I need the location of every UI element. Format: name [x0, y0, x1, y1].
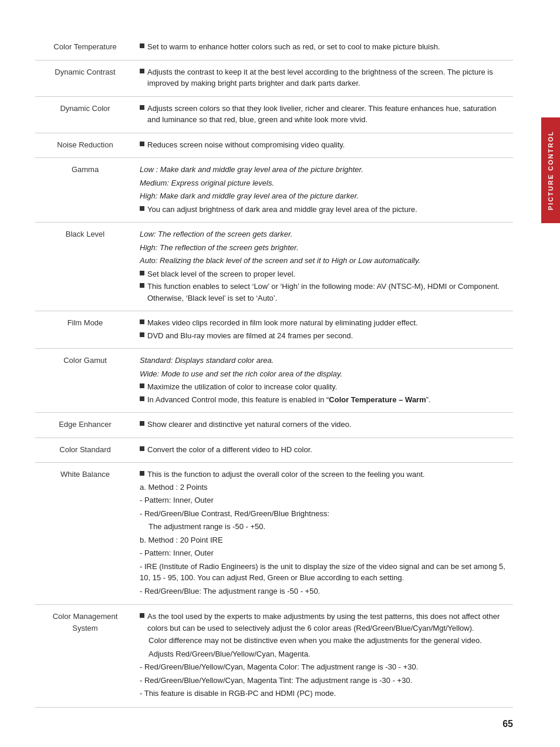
- feature-desc: Low: The reflection of the screen gets d…: [135, 223, 513, 311]
- indent-text: Adjusts Red/Green/Blue/Yellow/Cyan, Mage…: [140, 648, 508, 660]
- feature-label: Color Gamut: [35, 349, 135, 413]
- bullet-square: [140, 471, 144, 476]
- bullet-text: Maximize the utilization of color to inc…: [147, 381, 337, 393]
- bullet-bold-item: In Advanced Control mode, this feature i…: [140, 394, 508, 406]
- italic-text: Low: The reflection of the screen gets d…: [140, 228, 508, 240]
- bullet-item: Reduces screen noise without compromisin…: [140, 139, 508, 151]
- bullet-item: This function enables to select ‘Low’ or…: [140, 281, 508, 304]
- bullet-item: Set to warm to enhance hotter colors suc…: [140, 41, 508, 53]
- feature-label: Gamma: [35, 158, 135, 223]
- table-row: Color GamutStandard: Displays standard c…: [35, 349, 513, 413]
- bullet-text: Makes video clips recorded in film look …: [147, 317, 418, 329]
- bullet-text: DVD and Blu-ray movies are filmed at 24 …: [147, 330, 353, 342]
- feature-desc: Convert the color of a different video t…: [135, 438, 513, 463]
- bullet-square: [140, 271, 144, 275]
- bullet-text: Reduces screen noise without compromisin…: [147, 139, 345, 151]
- feature-label: Dynamic Color: [35, 96, 135, 133]
- page-container: Color TemperatureSet to warm to enhance …: [0, 0, 560, 747]
- bullet-item: You can adjust brightness of dark area a…: [140, 204, 508, 216]
- bullet-text: This is the function to adjust the overa…: [147, 469, 425, 480]
- feature-desc: Set to warm to enhance hotter colors suc…: [135, 35, 513, 60]
- features-table: Color TemperatureSet to warm to enhance …: [35, 35, 513, 708]
- bullet-square: [140, 332, 144, 337]
- bullet-square: [140, 613, 144, 618]
- bullet-square: [140, 446, 144, 451]
- table-row: Color StandardConvert the color of a dif…: [35, 438, 513, 463]
- italic-text: High: Make dark and middle gray level ar…: [140, 190, 508, 202]
- feature-label: White Balance: [35, 463, 135, 605]
- bullet-item: Maximize the utilization of color to inc…: [140, 381, 508, 393]
- bullet-text: Adjusts the contrast to keep it at the b…: [147, 66, 508, 89]
- feature-label: Color Standard: [35, 438, 135, 463]
- table-row: Black LevelLow: The reflection of the sc…: [35, 223, 513, 311]
- table-row: Edge EnhancerShow clearer and distinctiv…: [35, 413, 513, 438]
- feature-desc: Makes video clips recorded in film look …: [135, 311, 513, 349]
- table-row: Color Management SystemAs the tool used …: [35, 605, 513, 708]
- plain-text: - Red/Green/Blue/Yellow/Cyan, Magenta Ti…: [140, 675, 508, 687]
- table-row: GammaLow : Make dark and middle gray lev…: [35, 158, 513, 223]
- bullet-square: [140, 319, 144, 324]
- feature-label: Black Level: [35, 223, 135, 311]
- plain-text: - Red/Green/Blue Contrast, Red/Green/Blu…: [140, 508, 508, 520]
- bullet-text: You can adjust brightness of dark area a…: [147, 204, 417, 216]
- plain-text: - Pattern: Inner, Outer: [140, 547, 508, 559]
- bullet-text: This function enables to select ‘Low’ or…: [147, 281, 508, 304]
- plain-text: - IRE (Institute of Radio Engineers) is …: [140, 561, 508, 584]
- side-tab: PICTURE CONTROL: [541, 117, 560, 223]
- bullet-text: Set black level of the screen to proper …: [147, 268, 295, 280]
- italic-text: High: The reflection of the screen gets …: [140, 242, 508, 254]
- italic-text: Wide: Mode to use and set the rich color…: [140, 368, 508, 380]
- feature-label: Edge Enhancer: [35, 413, 135, 438]
- plain-text: b. Method : 20 Point IRE: [140, 534, 508, 546]
- bullet-square: [140, 142, 144, 146]
- bullet-square: [140, 105, 144, 110]
- bullet-text-full: In Advanced Control mode, this feature i…: [147, 394, 431, 406]
- bold-text: Color Temperature – Warm: [329, 395, 426, 404]
- table-row: Noise ReductionReduces screen noise with…: [35, 133, 513, 158]
- bullet-square: [140, 383, 144, 388]
- feature-desc: Show clearer and distinctive yet natural…: [135, 413, 513, 438]
- bullet-item: Makes video clips recorded in film look …: [140, 317, 508, 329]
- bullet-square: [140, 69, 144, 73]
- feature-label: Film Mode: [35, 311, 135, 349]
- feature-label: Color Temperature: [35, 35, 135, 60]
- bullet-item: Convert the color of a different video t…: [140, 444, 508, 456]
- feature-desc: Adjusts screen colors so that they look …: [135, 96, 513, 133]
- plain-text: - Red/Green/Blue: The adjustment range i…: [140, 586, 508, 597]
- bullet-square: [140, 421, 144, 426]
- feature-label: Color Management System: [35, 605, 135, 708]
- bullet-square: [140, 43, 144, 48]
- bullet-text: Convert the color of a different video t…: [147, 444, 312, 456]
- indent-text: The adjustment range is -50 - +50.: [140, 521, 508, 533]
- feature-desc: Adjusts the contrast to keep it at the b…: [135, 60, 513, 96]
- bullet-item: Adjusts screen colors so that they look …: [140, 103, 508, 126]
- bullet-item: Adjusts the contrast to keep it at the b…: [140, 66, 508, 89]
- bullet-item: Show clearer and distinctive yet natural…: [140, 419, 508, 430]
- indent-text: Color difference may not be distinctive …: [140, 635, 508, 647]
- bullet-item: As the tool used by the experts to make …: [140, 611, 508, 634]
- bullet-text: Show clearer and distinctive yet natural…: [147, 419, 352, 430]
- bullet-item: This is the function to adjust the overa…: [140, 469, 508, 480]
- bullet-square: [140, 206, 144, 211]
- bullet-item: Set black level of the screen to proper …: [140, 268, 508, 280]
- bullet-square: [140, 283, 144, 288]
- page-number: 65: [502, 719, 513, 729]
- table-row: Color TemperatureSet to warm to enhance …: [35, 35, 513, 60]
- plain-text: a. Method : 2 Points: [140, 482, 508, 493]
- bullet-item: DVD and Blu-ray movies are filmed at 24 …: [140, 330, 508, 342]
- italic-text: Auto: Realizing the black level of the s…: [140, 255, 508, 267]
- bullet-text: As the tool used by the experts to make …: [147, 611, 508, 634]
- italic-text: Standard: Displays standard color area.: [140, 355, 508, 366]
- feature-desc: This is the function to adjust the overa…: [135, 463, 513, 605]
- feature-desc: Reduces screen noise without compromisin…: [135, 133, 513, 158]
- plain-text: - Pattern: Inner, Outer: [140, 494, 508, 506]
- table-row: Dynamic ContrastAdjusts the contrast to …: [35, 60, 513, 96]
- italic-text: Low : Make dark and middle gray level ar…: [140, 164, 508, 176]
- bullet-square: [140, 396, 144, 401]
- feature-desc: Standard: Displays standard color area.W…: [135, 349, 513, 413]
- italic-text: Medium: Express original picture levels.: [140, 177, 508, 189]
- plain-text: - This feature is disable in RGB-PC and …: [140, 688, 508, 699]
- bullet-text: Set to warm to enhance hotter colors suc…: [147, 41, 440, 53]
- feature-label: Dynamic Contrast: [35, 60, 135, 96]
- bullet-text: Adjusts screen colors so that they look …: [147, 103, 508, 126]
